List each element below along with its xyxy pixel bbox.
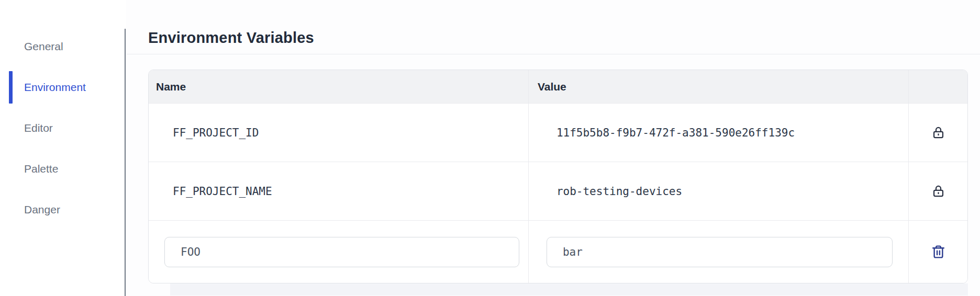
sidebar-item-label: Editor — [24, 122, 53, 134]
table-row: FF_PROJECT_ID 11f5b5b8-f9b7-472f-a381-59… — [149, 103, 967, 162]
env-value-cell: 11f5b5b8-f9b7-472f-a381-590e26ff139c — [528, 104, 908, 162]
delete-row-button[interactable] — [929, 242, 948, 261]
page-title: Environment Variables — [148, 29, 980, 47]
sidebar-item-label: Environment — [24, 81, 86, 94]
section-header: Environment Variables — [126, 0, 980, 54]
column-header-actions — [908, 70, 967, 103]
sidebar-item-label: Palette — [24, 163, 58, 175]
env-value-cell: rob-testing-devices — [528, 162, 908, 220]
sidebar-item-editor[interactable]: Editor — [0, 117, 126, 139]
sidebar-divider — [125, 29, 126, 296]
active-indicator — [9, 71, 13, 104]
column-header-value: Value — [528, 70, 908, 103]
env-name-cell: FF_PROJECT_NAME — [149, 162, 528, 220]
env-name-cell: FF_PROJECT_ID — [149, 104, 528, 162]
env-vars-table: Name Value FF_PROJECT_ID 11f5b5b8-f9b7-4… — [148, 70, 968, 283]
table-header-row: Name Value — [149, 70, 967, 103]
lock-icon — [929, 182, 948, 200]
sidebar-item-environment[interactable]: Environment — [0, 76, 126, 98]
table-row: FF_PROJECT_NAME rob-testing-devices — [149, 162, 967, 220]
settings-page: General Environment Editor Palette Dange… — [0, 0, 980, 296]
settings-sidebar: General Environment Editor Palette Dange… — [0, 0, 126, 296]
table-row-editable — [149, 220, 967, 283]
sidebar-item-label: Danger — [24, 203, 60, 216]
column-header-name: Name — [149, 70, 528, 103]
env-value-input[interactable] — [547, 237, 893, 267]
lock-icon — [929, 123, 948, 142]
environment-settings-panel: Environment Variables Name Value FF_PROJ… — [126, 0, 980, 296]
page-background-band — [170, 283, 968, 295]
sidebar-item-palette[interactable]: Palette — [0, 158, 126, 180]
sidebar-item-label: General — [24, 40, 63, 53]
sidebar-item-danger[interactable]: Danger — [0, 199, 126, 221]
trash-icon — [931, 244, 946, 259]
sidebar-item-general[interactable]: General — [0, 36, 126, 58]
env-name-input[interactable] — [164, 237, 519, 267]
